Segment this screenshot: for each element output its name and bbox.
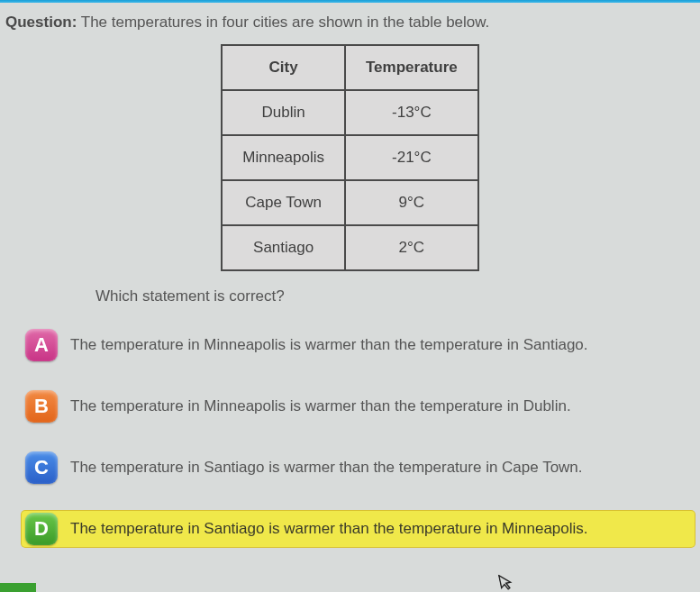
option-d[interactable]: D The temperature in Santiago is warmer … — [22, 511, 695, 547]
col-header-temp: Temperature — [345, 45, 478, 90]
option-c[interactable]: C The temperature in Santiago is warmer … — [22, 450, 695, 486]
table-row: Dublin -13°C — [222, 90, 477, 135]
option-text: The temperature in Santiago is warmer th… — [70, 520, 588, 538]
sub-question: Which statement is correct? — [5, 287, 695, 305]
option-letter-badge: B — [25, 390, 58, 423]
temperature-table: City Temperature Dublin -13°C Minneapoli… — [221, 44, 478, 271]
table-row: Minneapolis -21°C — [222, 135, 477, 180]
col-header-city: City — [222, 45, 345, 90]
table-row: Santiago 2°C — [222, 225, 477, 270]
cell-temp: -21°C — [345, 135, 478, 180]
options-list: A The temperature in Minneapolis is warm… — [5, 327, 695, 547]
option-text: The temperature in Santiago is warmer th… — [70, 459, 583, 477]
cell-city: Minneapolis — [222, 135, 345, 180]
data-table-wrap: City Temperature Dublin -13°C Minneapoli… — [5, 44, 695, 271]
option-letter-badge: D — [25, 513, 58, 545]
option-b[interactable]: B The temperature in Minneapolis is warm… — [22, 388, 695, 424]
option-letter-badge: A — [25, 329, 58, 361]
cell-temp: -13°C — [345, 90, 478, 135]
option-text: The temperature in Minneapolis is warmer… — [70, 397, 571, 415]
question-label: Question: — [5, 14, 77, 31]
progress-edge — [0, 583, 36, 592]
question-panel: Question: The temperatures in four citie… — [0, 3, 700, 547]
option-a[interactable]: A The temperature in Minneapolis is warm… — [22, 327, 695, 363]
cursor-icon — [498, 572, 517, 592]
question-prompt: Question: The temperatures in four citie… — [5, 12, 695, 44]
cell-city: Dublin — [222, 90, 345, 135]
cell-temp: 9°C — [345, 180, 478, 225]
cell-city: Cape Town — [222, 180, 345, 225]
table-row: Cape Town 9°C — [222, 180, 477, 225]
table-header-row: City Temperature — [222, 45, 477, 90]
cell-city: Santiago — [222, 225, 345, 270]
option-letter-badge: C — [25, 451, 58, 484]
question-text: The temperatures in four cities are show… — [81, 14, 490, 31]
cell-temp: 2°C — [345, 225, 478, 270]
option-text: The temperature in Minneapolis is warmer… — [70, 336, 588, 354]
